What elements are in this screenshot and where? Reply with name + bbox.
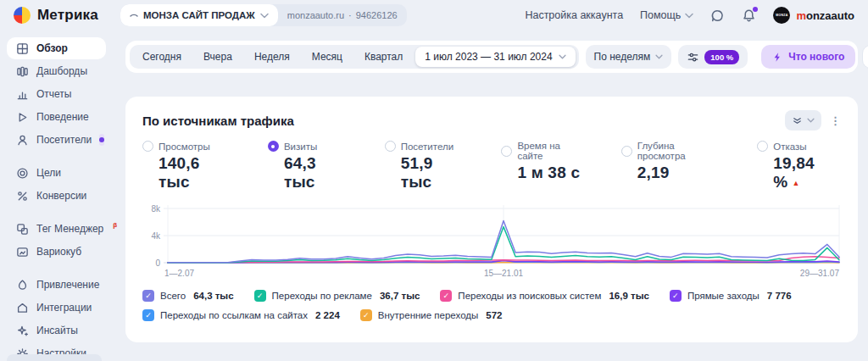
chart-settings-button[interactable]	[785, 110, 821, 131]
conversions-icon	[16, 190, 29, 203]
notifications-bell-icon[interactable]	[742, 8, 756, 23]
sidebar-item-integrations[interactable]: Интеграции	[7, 297, 106, 319]
sidebar-item-dashboards[interactable]: Дашборды	[7, 60, 106, 82]
account-settings-link[interactable]: Настройка аккаунта	[525, 9, 623, 21]
period-tab[interactable]: Сегодня	[131, 45, 192, 69]
metric-radio-row[interactable]: Посетители	[385, 141, 465, 152]
help-menu[interactable]: Помощь	[640, 9, 693, 21]
sidebar-nav: ОбзорДашбордыОтчетыПоведениеПосетителиЦе…	[0, 31, 113, 361]
granularity-dropdown[interactable]: По неделям	[586, 45, 672, 69]
date-range-picker[interactable]: 1 июл 2023 — 31 июл 2024	[415, 47, 575, 67]
user-menu[interactable]: MONZA monzaauto	[773, 7, 854, 24]
metric-value: 19,84 %▲	[757, 154, 841, 192]
legend-value: 64,3 тыс	[193, 291, 233, 301]
integrations-icon	[16, 302, 29, 314]
period-tab[interactable]: Вчера	[192, 45, 243, 69]
granularity-value: По неделям	[594, 51, 651, 63]
legend-label: Переходы по ссылкам на сайтах	[160, 310, 308, 320]
metric-radio[interactable]	[501, 146, 512, 157]
period-tab[interactable]: Неделя	[243, 45, 301, 69]
counter-selector: МОНЗА САЙТ ПРОДАЖ monzaauto.ru · 9462612…	[120, 4, 407, 26]
toolbar: СегодняВчераНеделяМесяцКвартал 1 июл 202…	[125, 41, 858, 73]
sidebar-item-conversions[interactable]: Конверсии	[7, 185, 106, 207]
metric-radio[interactable]	[385, 141, 396, 152]
sidebar-item-label: Конверсии	[36, 190, 86, 202]
legend-item[interactable]: ✓Внутренние переходы572	[360, 309, 503, 321]
card-header: По источникам трафика ⋮	[142, 110, 841, 131]
sidebar-item-visitors[interactable]: Посетители	[7, 129, 106, 151]
sidebar-item-reports[interactable]: Отчеты	[7, 83, 106, 105]
sidebar-item-label: Цели	[36, 167, 61, 179]
metric-tab[interactable]: Посетители51,9 тыс	[385, 141, 465, 192]
sidebar-group: ОбзорДашбордыОтчетыПоведениеПосетители	[7, 37, 106, 151]
counter-separator: ·	[348, 10, 352, 20]
legend-value: 7 776	[767, 291, 792, 301]
metric-radio[interactable]	[268, 141, 279, 152]
add-widget-button[interactable]: Добавить	[862, 45, 868, 69]
metric-radio[interactable]	[621, 146, 632, 157]
variocube-icon	[16, 246, 29, 258]
chart-type-icon	[792, 115, 803, 126]
metric-radio-row[interactable]: Визиты	[268, 141, 348, 152]
counter-dropdown[interactable]: МОНЗА САЙТ ПРОДАЖ	[120, 4, 278, 26]
sidebar-item-behavior[interactable]: Поведение	[7, 106, 106, 128]
metric-radio-row[interactable]: Время на сайте	[501, 141, 583, 161]
card-kebab-menu[interactable]: ⋮	[830, 114, 841, 127]
legend-row: ✓Переходы по ссылкам на сайтах2 224✓Внут…	[142, 309, 841, 321]
legend-item[interactable]: ✓Переходы по ссылкам на сайтах2 224	[142, 309, 340, 321]
svg-text:29—31.07: 29—31.07	[800, 269, 840, 278]
metric-radio-row[interactable]: Просмотры	[142, 141, 231, 152]
legend-item[interactable]: ✓Переходы из поисковых систем16,9 тыс	[440, 290, 649, 302]
counter-meta[interactable]: monzaauto.ru · 94626126	[278, 4, 407, 26]
metric-tab[interactable]: Глубина просмотра2,19	[621, 141, 720, 192]
whats-new-button[interactable]: Что нового	[761, 45, 855, 69]
sidebar-item-overview[interactable]: Обзор	[7, 37, 106, 59]
legend-item[interactable]: ✓Переходы по рекламе36,7 тыс	[254, 290, 420, 302]
svg-text:1—2.07: 1—2.07	[164, 269, 194, 278]
legend-checkbox[interactable]: ✓	[360, 309, 372, 321]
chat-icon[interactable]	[710, 8, 725, 23]
metric-tab[interactable]: Просмотры140,6 тыс	[142, 141, 231, 192]
metric-radio[interactable]	[757, 141, 768, 152]
legend-item[interactable]: ✓Прямые заходы7 776	[670, 290, 792, 302]
sidebar-item-attraction[interactable]: Привлечение	[7, 274, 106, 296]
sidebar-item-insights[interactable]: Инсайты	[7, 319, 106, 342]
metric-tabs: Просмотры140,6 тысВизиты64,3 тысПосетите…	[142, 141, 841, 192]
sidebar-group: ЦелиКонверсии	[7, 162, 106, 207]
sidebar-item-tag-manager[interactable]: Тег Менеджерβ	[7, 218, 106, 240]
counter-name: МОНЗА САЙТ ПРОДАЖ	[143, 10, 255, 20]
visitors-icon	[16, 134, 29, 147]
legend-row: ✓Всего64,3 тыс✓Переходы по рекламе36,7 т…	[142, 290, 841, 302]
sidebar-item-label: Интеграции	[36, 302, 92, 314]
chart-area: 04k8k1—2.0715—21.0129—31.07	[142, 198, 841, 283]
traffic-sources-card: По источникам трафика ⋮ Просмотры140,6 т…	[125, 97, 858, 342]
traffic-line-chart[interactable]: 04k8k1—2.0715—21.0129—31.07	[142, 198, 841, 283]
sidebar-item-label: Посетители	[36, 134, 92, 146]
legend-checkbox[interactable]: ✓	[142, 309, 154, 321]
metric-tab[interactable]: Время на сайте1 м 38 с	[501, 141, 583, 192]
counter-domain: monzaauto.ru	[287, 10, 344, 20]
sampling-control[interactable]: 100 %	[678, 45, 748, 69]
goals-icon	[16, 167, 29, 180]
dashboards-icon	[16, 65, 29, 78]
metric-tab[interactable]: Отказы19,84 %▲	[757, 141, 841, 192]
period-tab[interactable]: Квартал	[353, 45, 414, 69]
legend-checkbox[interactable]: ✓	[670, 290, 682, 302]
metric-radio[interactable]	[142, 141, 153, 152]
metrika-logo-icon	[14, 7, 31, 24]
sidebar-item-goals[interactable]: Цели	[7, 162, 106, 184]
metric-tab[interactable]: Визиты64,3 тыс	[268, 141, 348, 192]
metric-radio-row[interactable]: Отказы	[757, 141, 841, 152]
metric-value: 140,6 тыс	[142, 154, 231, 192]
legend-checkbox[interactable]: ✓	[142, 290, 154, 302]
period-tab[interactable]: Месяц	[301, 45, 353, 69]
sidebar-item-variocube[interactable]: Вариокуб	[7, 241, 106, 263]
legend-checkbox[interactable]: ✓	[254, 290, 266, 302]
metric-radio-row[interactable]: Глубина просмотра	[621, 141, 720, 161]
trend-up-icon: ▲	[792, 179, 799, 187]
chevron-down-icon	[260, 13, 269, 19]
metric-value: 51,9 тыс	[385, 154, 465, 192]
legend-label: Всего	[160, 291, 186, 301]
legend-item[interactable]: ✓Всего64,3 тыс	[142, 290, 234, 302]
legend-checkbox[interactable]: ✓	[440, 290, 452, 302]
